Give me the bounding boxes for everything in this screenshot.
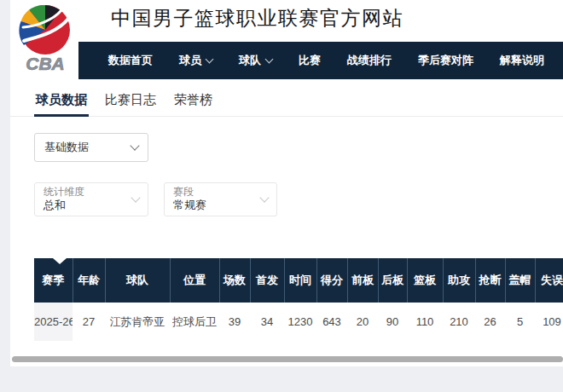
- table-header-row: 赛季 年龄 球队 位置 场数 首发 时间 得分 前板 后板 篮板 助攻 抢断 盖…: [34, 258, 563, 303]
- cell-def-rebounds: 90: [378, 303, 407, 341]
- tab-label: 球员数据: [36, 92, 87, 108]
- nav-item-playoff-bracket[interactable]: 季后赛对阵: [418, 53, 473, 68]
- nav-item-games[interactable]: 比赛: [299, 53, 321, 68]
- col-header-minutes[interactable]: 时间: [284, 258, 316, 303]
- player-stats-table: 赛季 年龄 球队 位置 场数 首发 时间 得分 前板 后板 篮板 助攻 抢断 盖…: [34, 258, 563, 341]
- site-title: 中国男子篮球职业联赛官方网站: [111, 5, 403, 32]
- cell-rebounds: 110: [407, 303, 443, 341]
- col-header-games[interactable]: 场数: [219, 258, 250, 303]
- nav-item-glossary[interactable]: 解释说明: [500, 53, 544, 68]
- nav-item-label: 球员: [179, 53, 201, 68]
- nav-item-label: 解释说明: [500, 53, 544, 68]
- cell-steals: 26: [475, 303, 505, 341]
- col-header-season[interactable]: 赛季: [34, 258, 73, 303]
- cell-blocks: 5: [505, 303, 535, 341]
- col-header-def-rebounds[interactable]: 后板: [378, 258, 407, 303]
- table-row[interactable]: 2025-26 27 江苏肯帝亚 控球后卫 39 34 1230 643 20 …: [34, 303, 563, 341]
- stat-dimension-label: 统计维度: [44, 186, 84, 199]
- chevron-down-icon: [130, 141, 139, 150]
- col-header-assists[interactable]: 助攻: [443, 258, 475, 303]
- content-panel: CBA 中国男子篮球职业联赛官方网站 数据首页 球员 球队 比赛 战绩排行: [10, 0, 563, 366]
- cell-age: 27: [73, 303, 105, 341]
- nav-item-label: 战绩排行: [347, 53, 392, 68]
- nav-item-label: 比赛: [299, 53, 321, 68]
- stat-dimension-select[interactable]: 统计维度 总和: [34, 182, 148, 216]
- header-notch-marker: [53, 258, 67, 264]
- cell-starts: 34: [250, 303, 284, 341]
- tab-label: 比赛日志: [105, 92, 156, 108]
- cba-basketball-icon: CBA: [12, 3, 78, 72]
- data-type-select-value: 基础数据: [44, 140, 89, 155]
- col-header-position[interactable]: 位置: [170, 258, 219, 303]
- col-header-off-rebounds[interactable]: 前板: [347, 258, 378, 303]
- tab-player-data[interactable]: 球员数据: [34, 84, 89, 116]
- main-nav: 数据首页 球员 球队 比赛 战绩排行 季后赛对阵 解释说明: [78, 42, 563, 79]
- tab-label: 荣誉榜: [174, 92, 212, 108]
- cell-turnovers: 109: [535, 303, 563, 341]
- col-header-turnovers[interactable]: 失误: [535, 258, 563, 303]
- cba-logo-text: CBA: [26, 54, 65, 72]
- stat-dimension-value: 总和: [44, 199, 84, 213]
- chevron-down-icon: [206, 55, 214, 64]
- cell-minutes: 1230: [284, 303, 316, 341]
- cell-team: 江苏肯帝亚: [105, 303, 170, 341]
- tab-honor-roll[interactable]: 荣誉榜: [172, 84, 214, 116]
- page: CBA 中国男子篮球职业联赛官方网站 数据首页 球员 球队 比赛 战绩排行: [0, 0, 563, 392]
- cell-position: 控球后卫: [170, 303, 219, 341]
- col-header-points[interactable]: 得分: [316, 258, 347, 303]
- col-header-rebounds[interactable]: 篮板: [407, 258, 443, 303]
- horizontal-scrollbar[interactable]: [12, 356, 563, 362]
- nav-item-data-home[interactable]: 数据首页: [108, 53, 153, 68]
- chevron-down-icon: [131, 193, 140, 202]
- col-header-starts[interactable]: 首发: [250, 258, 284, 303]
- chevron-down-icon: [259, 193, 269, 202]
- col-header-blocks[interactable]: 盖帽: [505, 258, 535, 303]
- stage-value: 常规赛: [173, 199, 206, 213]
- cell-off-rebounds: 20: [347, 303, 378, 341]
- nav-item-label: 季后赛对阵: [418, 53, 473, 68]
- col-header-team[interactable]: 球队: [105, 258, 170, 303]
- cell-season: 2025-26: [34, 303, 73, 341]
- cell-assists: 210: [443, 303, 475, 341]
- col-header-steals[interactable]: 抢断: [475, 258, 505, 303]
- col-header-age[interactable]: 年龄: [73, 258, 105, 303]
- nav-item-label: 数据首页: [108, 53, 153, 68]
- stage-label: 赛段: [173, 186, 206, 199]
- stage-select[interactable]: 赛段 常规赛: [164, 182, 277, 216]
- nav-item-label: 球队: [239, 53, 261, 68]
- nav-item-standings[interactable]: 战绩排行: [347, 53, 392, 68]
- data-type-select[interactable]: 基础数据: [34, 133, 148, 162]
- cell-points: 643: [316, 303, 347, 341]
- player-stats-table-wrap: 赛季 年龄 球队 位置 场数 首发 时间 得分 前板 后板 篮板 助攻 抢断 盖…: [34, 258, 563, 341]
- nav-item-players[interactable]: 球员: [179, 53, 212, 68]
- tab-game-log[interactable]: 比赛日志: [103, 84, 158, 116]
- sub-tabs: 球员数据 比赛日志 荣誉榜: [10, 84, 563, 117]
- cba-logo[interactable]: CBA: [12, 3, 78, 72]
- nav-item-teams[interactable]: 球队: [239, 53, 272, 68]
- cell-games: 39: [219, 303, 250, 341]
- chevron-down-icon: [265, 55, 274, 64]
